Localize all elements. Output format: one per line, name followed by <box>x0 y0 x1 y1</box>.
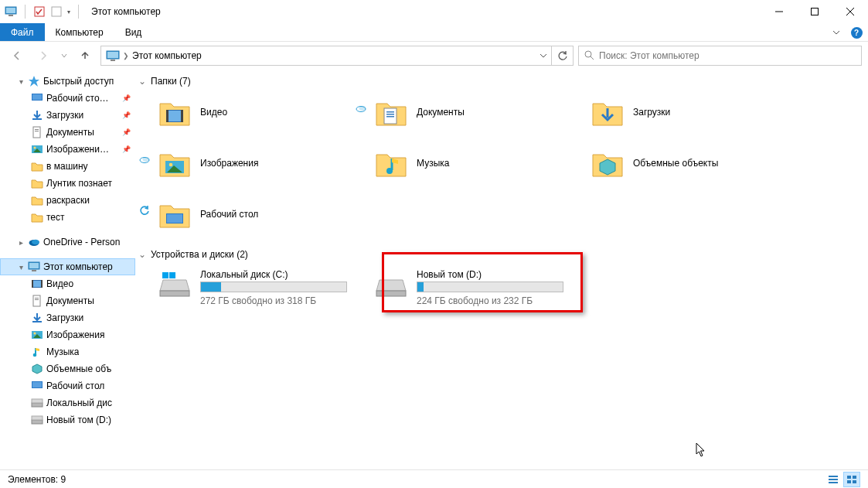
group-header-drives[interactable]: ⌄ Устройства и диски (2) <box>135 246 868 266</box>
sidebar-item-label: Этот компьютер <box>43 261 113 272</box>
nav-recent-dropdown[interactable] <box>59 45 70 67</box>
chevron-right-icon[interactable]: ❯ <box>123 52 129 60</box>
refresh-button[interactable] <box>551 46 573 65</box>
sidebar-item-desktop[interactable]: Рабочий сто… 📌 <box>0 90 135 107</box>
drive-item-c[interactable]: Локальный диск (C:) 272 ГБ свободно из 3… <box>158 266 375 309</box>
music-folder-icon <box>375 147 407 179</box>
sidebar-item-label: OneDrive - Person <box>43 237 120 247</box>
tab-file[interactable]: Файл <box>0 23 45 41</box>
search-input[interactable] <box>599 50 856 61</box>
sidebar-item-label: Локальный дис <box>46 398 112 408</box>
sidebar-item-drive-d[interactable]: Новый том (D:) <box>0 411 135 428</box>
sidebar-item-downloads[interactable]: Загрузки 📌 <box>0 107 135 124</box>
chevron-down-icon[interactable]: ▾ <box>17 263 25 271</box>
drive-name: Локальный диск (C:) <box>200 269 375 282</box>
close-button[interactable] <box>832 0 868 23</box>
separator <box>78 5 79 19</box>
separator <box>25 5 26 19</box>
chevron-down-icon[interactable]: ⌄ <box>138 76 146 87</box>
onedrive-icon <box>28 236 40 248</box>
sidebar-item-label: Быстрый доступ <box>43 76 114 87</box>
sidebar-item-folder[interactable]: тест <box>0 209 135 226</box>
maximize-button[interactable] <box>797 0 832 23</box>
sidebar-item-pictures[interactable]: Изображени… 📌 <box>0 141 135 158</box>
search-box[interactable] <box>578 46 862 66</box>
address-bar[interactable]: ❯ Этот компьютер <box>100 46 574 66</box>
sidebar-item-pictures[interactable]: Изображения <box>0 326 135 343</box>
sidebar-item-folder[interactable]: раскраски <box>0 192 135 209</box>
svg-rect-69 <box>162 272 168 278</box>
properties-icon[interactable] <box>33 5 46 18</box>
tab-view[interactable]: Вид <box>114 23 153 41</box>
breadcrumb-location[interactable]: Этот компьютер <box>129 50 205 61</box>
ribbon-tabs: Файл Компьютер Вид ? <box>0 23 868 42</box>
svg-point-22 <box>34 147 36 149</box>
sidebar-item-downloads[interactable]: Загрузки <box>0 309 135 326</box>
folder-item-desktop[interactable]: Рабочий стол <box>158 195 375 246</box>
svg-marker-72 <box>376 280 406 291</box>
svg-rect-45 <box>32 399 43 403</box>
nav-up-button[interactable] <box>74 45 96 67</box>
svg-rect-2 <box>9 15 13 16</box>
folder-item-3dobjects[interactable]: Объемные объекты <box>591 144 808 195</box>
sidebar-this-pc[interactable]: ▾ Этот компьютер <box>0 258 135 275</box>
folder-item-downloads[interactable]: Загрузки <box>591 93 808 144</box>
svg-line-13 <box>591 56 594 60</box>
folder-icon <box>31 177 43 189</box>
sidebar-item-label: Лунтик познает <box>46 178 112 189</box>
3d-folder-icon <box>591 147 624 179</box>
sidebar-onedrive[interactable]: ▸ OneDrive - Person <box>0 234 135 251</box>
sidebar-item-label: тест <box>46 212 65 223</box>
downloads-icon <box>31 109 43 121</box>
nav-forward-button[interactable] <box>32 45 54 67</box>
svg-rect-34 <box>35 298 39 299</box>
sidebar-item-folder[interactable]: Лунтик познает <box>0 175 135 192</box>
sync-icon <box>138 153 151 168</box>
sidebar-quick-access[interactable]: ▾ Быстрый доступ <box>0 73 135 90</box>
chevron-down-icon[interactable]: ⌄ <box>138 249 146 260</box>
star-icon <box>28 75 40 87</box>
new-folder-icon[interactable] <box>50 5 63 18</box>
tab-computer[interactable]: Компьютер <box>45 23 114 41</box>
svg-point-12 <box>585 51 591 57</box>
this-pc-icon <box>106 49 120 63</box>
sidebar-item-label: Изображени… <box>46 144 109 155</box>
sidebar-item-desktop[interactable]: Рабочий стол <box>0 377 135 394</box>
sidebar-item-label: Музыка <box>46 346 79 357</box>
chevron-down-icon[interactable]: ▾ <box>17 77 25 86</box>
sidebar-item-music[interactable]: Музыка <box>0 343 135 360</box>
svg-rect-73 <box>376 291 406 296</box>
qat-dropdown-icon[interactable]: ▾ <box>67 9 70 15</box>
sidebar-item-documents[interactable]: Документы <box>0 292 135 309</box>
help-button[interactable]: ? <box>848 23 865 42</box>
view-details-button[interactable] <box>825 472 842 487</box>
address-dropdown-button[interactable] <box>536 46 551 65</box>
sidebar-item-label: раскраски <box>46 195 90 206</box>
folder-item-videos[interactable]: Видео <box>158 93 375 144</box>
sidebar-item-localdisk[interactable]: Локальный дис <box>0 394 135 411</box>
sidebar-item-label: Рабочий стол <box>46 381 104 391</box>
sidebar-item-videos[interactable]: Видео <box>0 275 135 292</box>
ribbon-expand-button[interactable] <box>828 23 845 42</box>
sidebar-item-label: Объемные объ <box>46 363 111 374</box>
chevron-right-icon[interactable]: ▸ <box>17 238 25 247</box>
folder-item-pictures[interactable]: Изображения <box>158 144 375 195</box>
group-header-folders[interactable]: ⌄ Папки (7) <box>135 73 868 93</box>
sidebar-item-label: Изображения <box>46 329 104 340</box>
sidebar-item-folder[interactable]: в машину <box>0 158 135 175</box>
folder-item-music[interactable]: Музыка <box>375 144 591 195</box>
sidebar-item-3dobjects[interactable]: Объемные объ <box>0 360 135 377</box>
pin-icon: 📌 <box>122 128 131 136</box>
drive-item-d[interactable]: Новый том (D:) 224 ГБ свободно из 232 ГБ <box>375 266 591 309</box>
folder-item-documents[interactable]: Документы <box>375 93 591 144</box>
sidebar-item-documents[interactable]: Документы 📌 <box>0 124 135 141</box>
view-tiles-button[interactable] <box>843 472 860 487</box>
sidebar-item-label: Загрузки <box>46 312 83 323</box>
minimize-button[interactable] <box>761 0 797 23</box>
content-pane: ⌄ Папки (7) Видео Документы Загрузки <box>135 70 868 473</box>
nav-back-button[interactable] <box>6 45 28 67</box>
svg-marker-64 <box>600 159 615 175</box>
folder-label: Музыка <box>417 158 449 169</box>
drive-icon <box>31 397 43 409</box>
svg-rect-11 <box>111 60 115 61</box>
